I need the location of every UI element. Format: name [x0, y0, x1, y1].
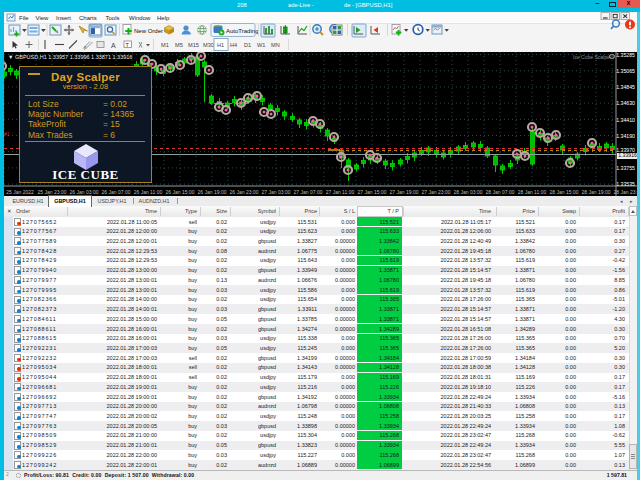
- svg-text:D1: D1: [244, 42, 251, 48]
- svg-text:New Order: New Order: [134, 28, 163, 34]
- svg-text:M1: M1: [161, 42, 169, 48]
- svg-text:#1: #1: [4, 131, 10, 137]
- svg-text:W1: W1: [257, 42, 265, 48]
- svg-text:AutoTrading: AutoTrading: [226, 28, 258, 34]
- svg-text:M5: M5: [175, 42, 183, 48]
- svg-text:H4: H4: [230, 42, 237, 48]
- svg-text:MN: MN: [271, 42, 280, 48]
- svg-text:H1: H1: [217, 42, 224, 48]
- svg-text:M15: M15: [188, 42, 199, 48]
- svg-text:M30: M30: [203, 42, 214, 48]
- svg-text:A: A: [111, 42, 116, 49]
